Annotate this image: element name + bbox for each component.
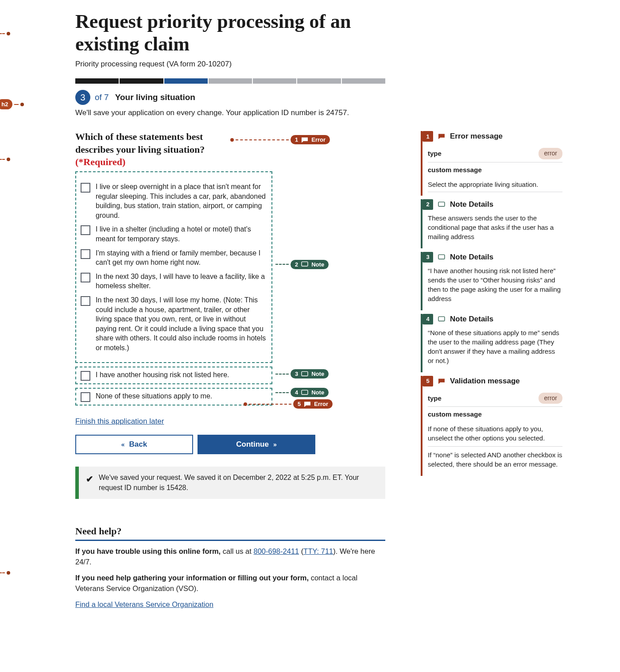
step-of-n: of 7 <box>95 93 109 102</box>
checkbox-box[interactable] <box>81 183 90 193</box>
progress-seg <box>253 78 296 84</box>
vso-link-paragraph: Find a local Veterans Service Organizati… <box>75 599 385 610</box>
checkbox-box[interactable] <box>81 273 90 282</box>
progress-seg <box>297 78 341 84</box>
note-icon <box>301 261 309 267</box>
annotation-marker-1: 1 Error <box>230 135 330 144</box>
need-help-heading: Need help? <box>75 525 385 541</box>
annotation-side-column: 1 Error message type error custom messag… <box>421 131 562 479</box>
help-paragraph-1: If you have trouble using this online fo… <box>75 546 385 568</box>
note-icon <box>438 201 446 208</box>
comment-icon <box>303 401 311 407</box>
progress-seg <box>209 78 252 84</box>
annotation-panel-2: 2 Note Details These answers sends the u… <box>421 199 562 248</box>
annotation-panel-5: 5 Validation message type error custom m… <box>421 376 562 476</box>
annotation-panel-1: 1 Error message type error custom messag… <box>421 131 562 196</box>
chevron-right-icon: » <box>273 441 277 448</box>
annotation-panel-3: 3 Note Details “I have another housing r… <box>421 252 562 310</box>
heading-badge-h4-h2: STYLES LIKE h4 h2 <box>0 99 24 109</box>
back-button[interactable]: « Back <box>75 435 193 454</box>
note-icon <box>438 254 446 260</box>
check-icon: ✔ <box>86 474 93 484</box>
step-name: Your living situation <box>115 93 195 102</box>
step-heading: 3 of 7 Your living situation <box>75 90 399 105</box>
checkbox-box[interactable] <box>81 392 90 402</box>
checkbox-box[interactable] <box>81 225 90 235</box>
comment-icon <box>301 137 309 143</box>
note-icon <box>438 316 446 322</box>
progress-seg <box>342 78 385 84</box>
button-row: « Back Continue » <box>75 435 399 454</box>
comment-icon <box>438 378 446 384</box>
heading-badge-h1: h1 <box>0 28 10 39</box>
svg-rect-4 <box>438 255 445 259</box>
pill-h2: h2 <box>0 99 12 109</box>
continue-button[interactable]: Continue » <box>198 435 315 454</box>
note-icon <box>301 390 309 396</box>
finish-later-link[interactable]: Finish this application later <box>75 417 164 426</box>
annotation-marker-2: 2 Note <box>275 260 329 269</box>
vso-link[interactable]: Find a local Veterans Service Organizati… <box>75 600 213 608</box>
checkbox-box[interactable] <box>81 249 90 259</box>
comment-icon <box>438 133 446 139</box>
question-heading: Which of these statements best describes… <box>75 131 226 169</box>
autosave-text: We'll save your application on every cha… <box>75 108 399 117</box>
checkbox-group-none-apply: None of these situations apply to me. <box>75 388 272 406</box>
progress-seg <box>120 78 163 84</box>
save-alert: ✔ We've saved your request. We saved it … <box>75 467 385 499</box>
phone-link[interactable]: 800-698-2411 <box>253 547 299 555</box>
checkbox-item[interactable]: I'm staying with a friend or family memb… <box>81 248 267 267</box>
note-icon <box>301 371 309 377</box>
progress-seg <box>164 78 208 84</box>
progress-bar <box>75 78 385 84</box>
svg-rect-5 <box>438 317 445 321</box>
annotation-panel-4: 4 Note Details “None of these situations… <box>421 314 562 372</box>
page-title: Request priority processing of an existi… <box>75 11 399 55</box>
help-paragraph-2: If you need help gathering your informat… <box>75 573 385 594</box>
checkbox-group-other-risk: I have another housing risk not listed h… <box>75 367 272 384</box>
heading-badge-h3: h3 <box>0 154 10 164</box>
checkbox-item[interactable]: In the next 30 days, I will have to leav… <box>81 272 267 291</box>
svg-rect-0 <box>302 262 308 266</box>
svg-rect-3 <box>438 202 445 206</box>
checkbox-group-main: I live or sleep overnight in a place tha… <box>75 171 272 363</box>
heading-badge-h2: h2 <box>0 568 10 578</box>
checkbox-item[interactable]: In the next 30 days, I will lose my home… <box>81 295 267 353</box>
page-subtitle: Priority processing request (VA form 20-… <box>75 60 399 69</box>
svg-rect-1 <box>302 371 308 376</box>
step-number-circle: 3 <box>75 90 90 105</box>
svg-rect-2 <box>302 390 308 394</box>
chevron-left-icon: « <box>121 441 125 448</box>
checkbox-box[interactable] <box>81 296 90 306</box>
checkbox-item[interactable]: I live in a shelter (including a hotel o… <box>81 224 267 243</box>
tty-link[interactable]: TTY: 711 <box>303 547 333 555</box>
checkbox-item[interactable]: None of these situations apply to me. <box>81 391 267 402</box>
annotation-marker-3: 3 Note <box>275 369 329 378</box>
checkbox-box[interactable] <box>81 371 90 381</box>
checkbox-item[interactable]: I live or sleep overnight in a place tha… <box>81 182 267 220</box>
checkbox-item[interactable]: I have another housing risk not listed h… <box>81 370 267 381</box>
annotation-marker-5: 5 Error <box>244 399 333 409</box>
progress-seg <box>75 78 119 84</box>
annotation-marker-4: 4 Note <box>275 388 329 397</box>
